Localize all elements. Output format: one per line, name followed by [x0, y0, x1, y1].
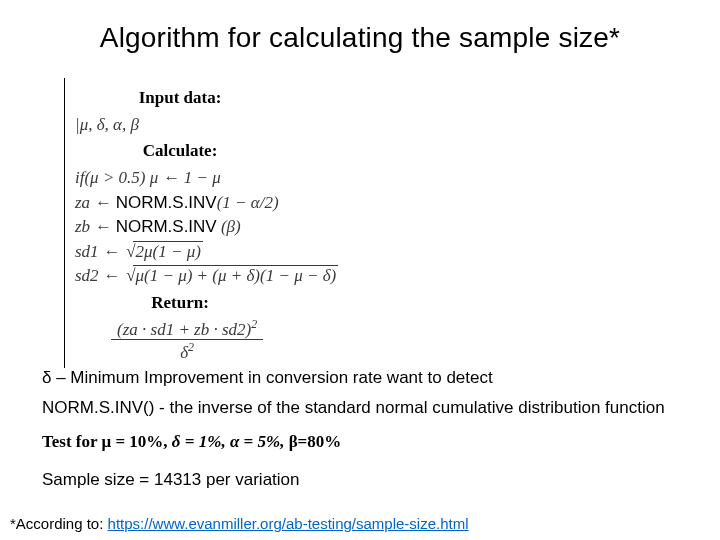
calc-sd2-line: sd2 ← μ(1 − μ) + (μ + δ)(1 − μ − δ) — [75, 264, 415, 289]
return-heading: Return: — [75, 291, 285, 316]
ret-num-sup: 2 — [251, 317, 257, 331]
footnote: *According to: https://www.evanmiller.or… — [10, 515, 469, 532]
fraction: (za · sd1 + zb · sd2)2 δ2 — [111, 318, 263, 362]
note-sample-size: Sample size = 14313 per variation — [42, 470, 300, 490]
sqrt-icon: μ(1 − μ) + (μ + δ)(1 − μ − δ) — [124, 264, 338, 289]
ret-den-base: δ — [180, 343, 188, 362]
return-expression: (za · sd1 + zb · sd2)2 δ2 — [75, 318, 415, 362]
input-heading: Input data: — [75, 86, 285, 111]
note-test-params: Test for μ = 10%, δ = 1%, α = 5%, β=80% — [42, 432, 341, 452]
test-beta: β=80% — [289, 432, 342, 451]
algorithm-block: Input data: |μ, δ, α, β Calculate: if(μ … — [64, 78, 415, 368]
slide: Algorithm for calculating the sample siz… — [0, 0, 720, 540]
footnote-prefix: *According to: — [10, 515, 108, 532]
sd1-prefix: sd1 ← — [75, 242, 124, 261]
zb-suffix: (β) — [217, 217, 241, 236]
ret-den-sup: 2 — [188, 340, 194, 354]
test-delta-alpha: δ = 1%, α = 5%, — [172, 432, 289, 451]
calc-za-line: za ← NORM.S.INV(1 − α/2) — [75, 191, 415, 216]
zb-prefix: zb ← — [75, 217, 116, 236]
calc-sd1-line: sd1 ← 2μ(1 − μ) — [75, 240, 415, 265]
ret-num-base: (za · sd1 + zb · sd2) — [117, 319, 251, 338]
norm-func: NORM.S.INV — [116, 193, 217, 212]
sd1-radicand: 2μ(1 − μ) — [133, 241, 202, 261]
calc-if-line: if(μ > 0.5) μ ← 1 − μ — [75, 166, 415, 191]
note-delta: δ – Minimum Improvement in conversion ra… — [42, 368, 493, 388]
norm-func: NORM.S.INV — [116, 217, 217, 236]
za-suffix: (1 − α/2) — [217, 193, 279, 212]
calc-zb-line: zb ← NORM.S.INV (β) — [75, 215, 415, 240]
footnote-link[interactable]: https://www.evanmiller.org/ab-testing/sa… — [108, 515, 469, 532]
sqrt-icon: 2μ(1 − μ) — [124, 240, 203, 265]
note-norm-inv: NORM.S.INV() - the inverse of the standa… — [42, 398, 665, 418]
calculate-heading: Calculate: — [75, 139, 285, 164]
slide-title: Algorithm for calculating the sample siz… — [0, 22, 720, 54]
fraction-numerator: (za · sd1 + zb · sd2)2 — [111, 318, 263, 341]
za-prefix: za ← — [75, 193, 116, 212]
input-vars: |μ, δ, α, β — [75, 113, 415, 138]
test-mu: Test for μ = 10%, — [42, 432, 172, 451]
sd2-radicand: μ(1 − μ) + (μ + δ)(1 − μ − δ) — [133, 265, 338, 285]
fraction-denominator: δ2 — [111, 340, 263, 362]
sd2-prefix: sd2 ← — [75, 266, 124, 285]
